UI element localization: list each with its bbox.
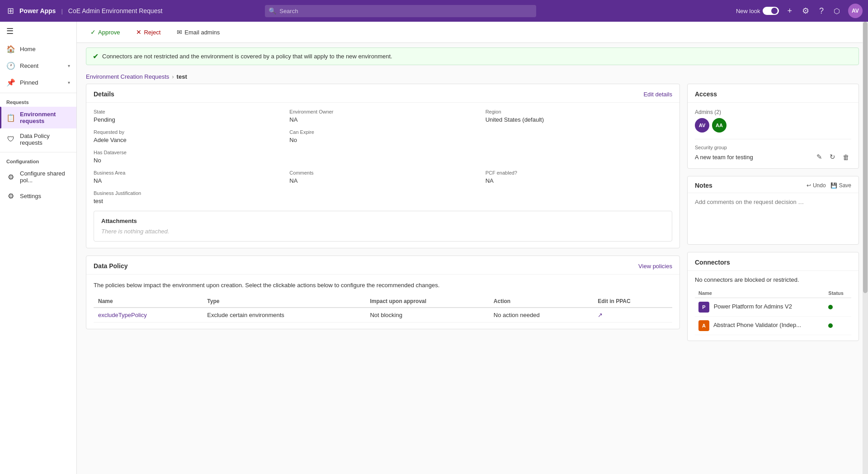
business-area-label: Business Area: [94, 170, 280, 175]
search-input[interactable]: [265, 5, 536, 17]
details-grid: State Pending Environment Owner NA Regio…: [94, 109, 672, 184]
pcf-enabled-label: PCF enabled?: [486, 170, 672, 175]
content-layout: Details Edit details State Pending Envir…: [77, 84, 868, 357]
topnav-right: New look + ⚙ ? ⬡ AV: [736, 4, 863, 18]
detail-comments: Comments NA: [289, 170, 476, 184]
sidebar-item-data-policy-requests[interactable]: 🛡 Data Policy requests: [0, 128, 76, 150]
access-card: Access Admins (2) AV AA Security group A…: [687, 84, 859, 169]
approve-button[interactable]: ✓ Approve: [86, 26, 124, 38]
recent-icon: 🕐: [6, 62, 15, 70]
detail-spacer3: [486, 150, 672, 164]
access-title: Access: [695, 90, 717, 98]
security-refresh-button[interactable]: ↻: [828, 152, 837, 162]
add-icon[interactable]: +: [785, 5, 794, 18]
biz-justification-section: Business Justification test: [94, 190, 672, 204]
connector-row-0: P Power Platform for Admins V2: [695, 298, 851, 317]
view-policies-link[interactable]: View policies: [638, 263, 672, 270]
region-label: Region: [486, 109, 672, 114]
notification-message: Connectors are not restricted and the en…: [102, 53, 392, 60]
sidebar-item-label: Data Policy requests: [20, 133, 70, 146]
connector-icon-1: A: [698, 320, 709, 331]
notification-banner: ✔ Connectors are not restricted and the …: [86, 47, 859, 65]
admin-avatar-0[interactable]: AV: [695, 118, 709, 133]
scrollbar-thumb: [863, 22, 868, 293]
nav-sep: |: [61, 8, 62, 14]
edit-details-link[interactable]: Edit details: [643, 91, 672, 98]
notes-save-button[interactable]: 💾 Save: [830, 182, 851, 189]
sidebar-item-label: Recent: [20, 62, 63, 69]
detail-spacer2: [289, 150, 476, 164]
sidebar-item-recent[interactable]: 🕐 Recent ▾: [0, 57, 76, 74]
undo-label: Undo: [813, 182, 826, 189]
sidebar-item-label: Environment requests: [20, 111, 70, 124]
dp-col-name: Name: [94, 295, 203, 308]
conn-col-status: Status: [825, 289, 851, 298]
dp-row-type: Exclude certain environments: [203, 308, 365, 322]
details-title: Details: [94, 90, 114, 98]
chevron-down-icon: ▾: [68, 80, 70, 85]
sidebar-item-label: Home: [20, 46, 70, 52]
admins-label: Admins (2): [695, 109, 851, 115]
security-edit-button[interactable]: ✎: [815, 152, 824, 162]
vertical-scrollbar[interactable]: [863, 22, 868, 474]
attachments-section: Attachments There is nothing attached.: [94, 211, 672, 242]
config-icon: ⚙: [6, 173, 15, 181]
security-group-section: Security group A new team for testing ✎ …: [695, 139, 851, 162]
notes-card: Notes ↩ Undo 💾 Save: [687, 176, 859, 245]
notes-undo-button[interactable]: ↩ Undo: [807, 182, 826, 189]
security-group-row: A new team for testing ✎ ↻ 🗑: [695, 152, 851, 162]
action-bar: ✓ Approve ✕ Reject ✉ Email admins: [77, 22, 868, 43]
security-group-actions: ✎ ↻ 🗑: [815, 152, 851, 162]
help-icon[interactable]: ?: [817, 5, 826, 18]
reject-label: Reject: [144, 29, 160, 36]
settings-icon[interactable]: ⚙: [800, 4, 811, 18]
conn-col-name: Name: [695, 289, 825, 298]
notes-textarea[interactable]: [688, 193, 859, 243]
env-owner-label: Environment Owner: [289, 109, 476, 114]
undo-icon: ↩: [807, 182, 811, 189]
connectors-card-body: No connectors are blocked or restricted.…: [688, 271, 859, 341]
sidebar-item-pinned[interactable]: 📌 Pinned ▾: [0, 74, 76, 91]
external-link-icon[interactable]: ↗: [598, 312, 603, 318]
app-name: Power Apps: [19, 7, 56, 14]
admin-avatar-1[interactable]: AA: [712, 118, 726, 133]
data-policy-body: The policies below impact the environmen…: [86, 275, 679, 329]
sidebar-item-configure-shared-pol[interactable]: ⚙ Configure shared pol...: [0, 166, 76, 188]
conn-name-1: A Abstract Phone Validator (Indep...: [695, 317, 825, 335]
breadcrumb-parent[interactable]: Environment Creation Requests: [86, 73, 169, 80]
pcf-enabled-value: NA: [486, 177, 672, 184]
connectors-no-blocked-msg: No connectors are blocked or restricted.: [695, 276, 851, 283]
notes-title: Notes: [695, 182, 712, 189]
main-content: ✓ Approve ✕ Reject ✉ Email admins ✔ Conn…: [77, 22, 868, 474]
hamburger-menu[interactable]: ☰: [0, 22, 76, 41]
access-card-body: Admins (2) AV AA Security group A new te…: [688, 103, 859, 168]
requested-by-label: Requested by: [94, 129, 280, 135]
email-icon: ✉: [177, 28, 182, 36]
detail-has-dataverse: Has Dataverse No: [94, 150, 280, 164]
region-value: United States (default): [486, 116, 672, 123]
has-dataverse-value: No: [94, 157, 280, 164]
email-admins-button[interactable]: ✉ Email admins: [172, 26, 224, 38]
topnav: ⊞ Power Apps | CoE Admin Environment Req…: [0, 0, 868, 22]
dp-row-impact: Not blocking: [365, 308, 489, 322]
sidebar-item-settings[interactable]: ⚙ Settings: [0, 188, 76, 204]
copilot-icon[interactable]: ⬡: [832, 5, 842, 17]
access-card-header: Access: [688, 84, 859, 103]
sidebar-item-environment-requests[interactable]: 📋 Environment requests: [0, 107, 76, 128]
security-delete-button[interactable]: 🗑: [841, 152, 851, 162]
dp-policy-link[interactable]: excludeTypePolicy: [98, 312, 147, 318]
business-area-value: NA: [94, 177, 280, 184]
reject-button[interactable]: ✕ Reject: [132, 26, 165, 38]
content-main: Details Edit details State Pending Envir…: [86, 84, 680, 348]
admins-avatar-row: AV AA: [695, 118, 851, 133]
avatar[interactable]: AV: [848, 4, 863, 18]
grid-icon[interactable]: ⊞: [5, 4, 16, 18]
state-value: Pending: [94, 116, 280, 123]
sidebar-item-home[interactable]: 🏠 Home: [0, 41, 76, 57]
connector-icon-0: P: [698, 302, 709, 313]
new-look-toggle[interactable]: [763, 7, 779, 15]
data-policy-table: Name Type Impact upon approval Action Ed…: [94, 295, 672, 322]
state-label: State: [94, 109, 280, 114]
conn-status-1: [825, 317, 851, 335]
dp-col-impact: Impact upon approval: [365, 295, 489, 308]
